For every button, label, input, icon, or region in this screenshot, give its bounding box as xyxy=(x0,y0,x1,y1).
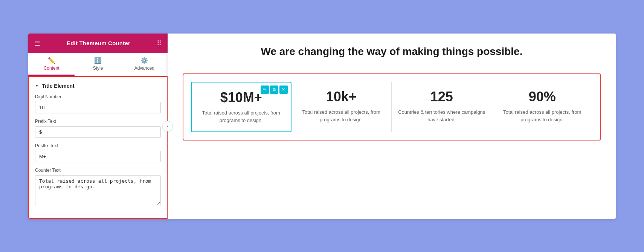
card-1-copy-button[interactable]: ⧉ xyxy=(270,86,278,94)
panel-tabs: ✏️ Content ℹ️ Style ⚙️ Advanced xyxy=(28,53,168,76)
advanced-icon: ⚙️ xyxy=(140,57,148,64)
postfix-text-field: Postfix Text xyxy=(35,143,161,162)
counter-card-4: 90% Total raised across all projects, fr… xyxy=(492,82,593,133)
tab-style-label: Style xyxy=(93,66,103,71)
card-1-actions: ✏ ⧉ ✕ xyxy=(261,86,288,94)
counter-text-input[interactable]: Total raised across all projects, from p… xyxy=(35,175,161,205)
page-title: We are changing the way of making things… xyxy=(183,45,601,58)
counter-desc-2: Total raised across all projects, from p… xyxy=(298,108,386,123)
prefix-text-field: Prefix Text xyxy=(35,119,161,138)
digit-number-field: Digit Number xyxy=(35,94,161,113)
counter-number-1: $10M+ xyxy=(220,90,262,105)
card-1-delete-button[interactable]: ✕ xyxy=(279,86,288,94)
counter-desc-3: Countries & territories where campaigns … xyxy=(398,108,486,123)
counter-number-4: 90% xyxy=(529,89,556,104)
counter-card-2: 10k+ Total raised across all projects, f… xyxy=(291,82,392,133)
counter-desc-4: Total raised across all projects, from p… xyxy=(498,108,587,123)
content-icon: ✏️ xyxy=(48,57,55,64)
counter-card-1: ✏ ⧉ ✕ $10M+ Total raised across all proj… xyxy=(191,82,291,133)
counter-text-label: Counter Text xyxy=(35,168,161,173)
grid-icon[interactable]: ⠿ xyxy=(157,39,162,47)
postfix-text-label: Postfix Text xyxy=(35,143,161,148)
panel-title: Edit Themeum Counter xyxy=(67,40,130,46)
prefix-text-input[interactable] xyxy=(35,126,161,138)
tab-style[interactable]: ℹ️ Style xyxy=(75,53,121,76)
digit-number-label: Digit Number xyxy=(35,94,161,99)
counters-section: ✏ ⧉ ✕ $10M+ Total raised across all proj… xyxy=(183,73,601,141)
style-icon: ℹ️ xyxy=(94,57,102,64)
counter-card-3: 125 Countries & territories where campai… xyxy=(392,82,492,133)
section-title: Title Element xyxy=(42,83,75,89)
collapse-button[interactable]: ‹ xyxy=(162,121,173,131)
panel-header: ☰ Edit Themeum Counter ⠿ xyxy=(28,34,168,53)
main-content: ‹ We are changing the way of making thin… xyxy=(168,34,616,219)
digit-number-input[interactable] xyxy=(35,102,161,113)
prefix-text-label: Prefix Text xyxy=(35,119,161,124)
postfix-text-input[interactable] xyxy=(35,151,161,162)
panel-body: ▼ Title Element Digit Number Prefix Text… xyxy=(28,76,168,219)
card-1-edit-button[interactable]: ✏ xyxy=(261,86,269,94)
section-arrow-icon: ▼ xyxy=(35,84,39,88)
section-header: ▼ Title Element xyxy=(35,83,161,89)
counter-number-2: 10k+ xyxy=(326,89,357,104)
left-panel: ☰ Edit Themeum Counter ⠿ ✏️ Content ℹ️ S… xyxy=(28,34,168,219)
counter-number-3: 125 xyxy=(430,89,453,104)
counter-desc-1: Total raised across all projects, from p… xyxy=(198,109,285,124)
tab-content-label: Content xyxy=(44,66,60,71)
tab-advanced-label: Advanced xyxy=(134,66,154,71)
counter-text-field: Counter Text Total raised across all pro… xyxy=(35,168,161,207)
hamburger-icon[interactable]: ☰ xyxy=(34,39,40,47)
tab-advanced[interactable]: ⚙️ Advanced xyxy=(121,53,168,76)
tab-content[interactable]: ✏️ Content xyxy=(28,53,75,76)
